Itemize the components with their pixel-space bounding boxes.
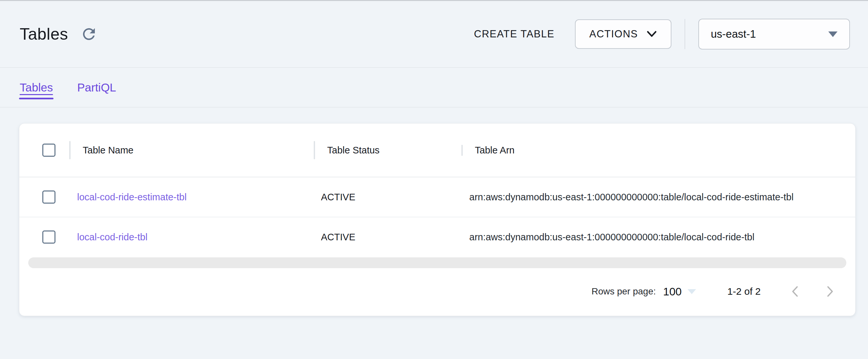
table-status: ACTIVE	[321, 192, 355, 203]
rows-per-page-select[interactable]: 100	[663, 285, 696, 298]
top-bar-actions: CREATE TABLE ACTIONS us-east-1	[474, 19, 850, 50]
chevron-left-icon	[789, 284, 801, 299]
table-row: local-cod-ride-estimate-tbl ACTIVE arn:a…	[19, 177, 855, 217]
tab-tables[interactable]: Tables	[20, 81, 53, 94]
header-divider	[685, 19, 685, 49]
row-checkbox-cell	[19, 230, 69, 243]
actions-dropdown-button[interactable]: ACTIONS	[575, 19, 672, 49]
table-arn: arn:aws:dynamodb:us-east-1:000000000000:…	[469, 232, 754, 242]
column-header-label: Table Status	[327, 145, 380, 156]
pagination-bar: Rows per page: 100 1-2 of 2	[19, 268, 855, 315]
tab-partiql[interactable]: PartiQL	[77, 81, 116, 94]
table-header-row: Table Name Table Status Table Arn	[19, 124, 855, 177]
select-all-cell	[19, 143, 69, 157]
table-arn: arn:aws:dynamodb:us-east-1:000000000000:…	[469, 192, 794, 203]
column-header-table-status: Table Status	[314, 145, 461, 156]
chevron-right-icon	[824, 284, 836, 299]
region-select[interactable]: us-east-1	[698, 19, 850, 50]
caret-down-icon	[687, 289, 696, 294]
chevron-down-icon	[647, 31, 657, 38]
table-name-cell: local-cod-ride-estimate-tbl	[69, 192, 314, 203]
row-checkbox[interactable]	[42, 230, 56, 243]
tab-bar: Tables PartiQL	[0, 68, 868, 107]
table-status: ACTIVE	[321, 232, 355, 242]
tables-card: Table Name Table Status Table Arn local-…	[19, 123, 856, 316]
rows-per-page-label: Rows per page:	[591, 286, 656, 297]
main-content: Table Name Table Status Table Arn local-…	[0, 107, 868, 316]
page-range-label: 1-2 of 2	[727, 286, 761, 297]
next-page-button[interactable]	[824, 284, 836, 299]
previous-page-button[interactable]	[789, 284, 801, 299]
page-title: Tables	[20, 25, 68, 43]
refresh-icon	[80, 25, 98, 43]
table-row: local-cod-ride-tbl ACTIVE arn:aws:dynamo…	[19, 217, 855, 257]
table-name-link[interactable]: local-cod-ride-estimate-tbl	[77, 192, 187, 203]
caret-down-icon	[828, 31, 837, 37]
table-status-cell: ACTIVE	[314, 232, 461, 242]
region-select-value: us-east-1	[711, 28, 756, 40]
table-arn-cell: arn:aws:dynamodb:us-east-1:000000000000:…	[461, 192, 855, 203]
actions-button-label: ACTIONS	[589, 28, 638, 40]
column-header-table-arn: Table Arn	[461, 145, 855, 156]
column-header-label: Table Name	[83, 145, 133, 156]
column-header-table-name: Table Name	[69, 145, 314, 156]
refresh-button[interactable]	[80, 25, 98, 43]
table-arn-cell: arn:aws:dynamodb:us-east-1:000000000000:…	[461, 232, 855, 242]
row-checkbox-cell	[19, 191, 69, 204]
create-table-button[interactable]: CREATE TABLE	[474, 28, 554, 40]
column-header-label: Table Arn	[475, 145, 515, 156]
row-checkbox[interactable]	[42, 191, 56, 204]
table-name-link[interactable]: local-cod-ride-tbl	[77, 232, 147, 242]
select-all-checkbox[interactable]	[42, 143, 56, 157]
table-name-cell: local-cod-ride-tbl	[69, 232, 314, 242]
table-status-cell: ACTIVE	[314, 192, 461, 203]
horizontal-scrollbar[interactable]	[28, 257, 846, 268]
top-bar: Tables CREATE TABLE ACTIONS us-east-1	[0, 1, 868, 68]
rows-per-page-value: 100	[663, 285, 682, 298]
